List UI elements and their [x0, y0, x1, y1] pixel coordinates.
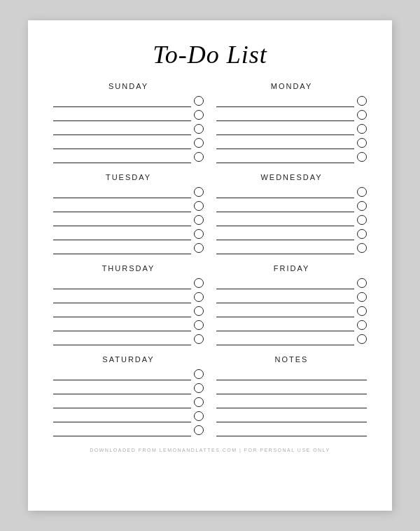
- row-circle[interactable]: [357, 306, 367, 316]
- section-notes-label: NOTES: [216, 355, 367, 364]
- row-item: [216, 319, 367, 331]
- row-item: [53, 95, 204, 107]
- row-circle[interactable]: [194, 243, 204, 253]
- row-circle[interactable]: [194, 138, 204, 148]
- row-circle[interactable]: [357, 320, 367, 330]
- section-wednesday: WEDNESDAY: [216, 173, 367, 254]
- row-line: [53, 333, 191, 345]
- page-title: To-Do List: [53, 40, 367, 69]
- row-circle[interactable]: [194, 425, 204, 435]
- row-line: [216, 333, 354, 345]
- row-item: [53, 137, 204, 149]
- row-item: [53, 123, 204, 135]
- row-item: [53, 424, 204, 436]
- row-item: [53, 214, 204, 226]
- row-line: [53, 137, 191, 149]
- row-line: [53, 95, 191, 107]
- row-item: [216, 137, 367, 149]
- row-circle[interactable]: [194, 96, 204, 106]
- row-circle[interactable]: [357, 201, 367, 211]
- row-circle[interactable]: [357, 278, 367, 288]
- section-thursday: THURSDAY: [53, 264, 204, 345]
- section-saturday: SATURDAY: [53, 355, 204, 436]
- row-circle[interactable]: [194, 369, 204, 379]
- row-circle[interactable]: [194, 334, 204, 344]
- row-line: [53, 186, 191, 198]
- row-line: [216, 242, 354, 254]
- row-circle[interactable]: [194, 124, 204, 134]
- notes-rows: [216, 368, 367, 436]
- row-circle[interactable]: [357, 334, 367, 344]
- section-friday-label: FRIDAY: [216, 264, 367, 273]
- row-circle[interactable]: [357, 96, 367, 106]
- row-line: [53, 109, 191, 121]
- row-item: [53, 277, 204, 289]
- section-thursday-label: THURSDAY: [53, 264, 204, 273]
- row-line: [216, 95, 354, 107]
- row-item: [53, 109, 204, 121]
- row-circle[interactable]: [357, 152, 367, 162]
- row-circle[interactable]: [194, 306, 204, 316]
- friday-rows: [216, 277, 367, 345]
- row-line: [53, 214, 191, 226]
- section-friday: FRIDAY: [216, 264, 367, 345]
- row-circle[interactable]: [194, 215, 204, 225]
- row-item: [216, 228, 367, 240]
- row-circle[interactable]: [357, 229, 367, 239]
- row-item: [53, 319, 204, 331]
- row-circle[interactable]: [194, 187, 204, 197]
- row-circle[interactable]: [357, 124, 367, 134]
- row-line: [216, 305, 354, 317]
- section-monday: MONDAY: [216, 82, 367, 163]
- row-circle[interactable]: [357, 187, 367, 197]
- row-item: [216, 277, 367, 289]
- sunday-rows: [53, 95, 204, 163]
- row-circle[interactable]: [194, 110, 204, 120]
- row-circle[interactable]: [194, 411, 204, 421]
- row-item: [216, 151, 367, 163]
- row-item: [216, 305, 367, 317]
- row-item: [216, 424, 367, 436]
- row-circle[interactable]: [194, 292, 204, 302]
- row-circle[interactable]: [194, 278, 204, 288]
- section-notes: NOTES: [216, 355, 367, 436]
- row-circle[interactable]: [357, 110, 367, 120]
- row-line: [216, 137, 354, 149]
- row-line: [216, 368, 367, 380]
- row-item: [53, 396, 204, 408]
- row-item: [216, 200, 367, 212]
- row-line: [53, 151, 191, 163]
- row-line: [53, 123, 191, 135]
- row-circle[interactable]: [357, 215, 367, 225]
- row-line: [53, 228, 191, 240]
- row-item: [53, 151, 204, 163]
- row-item: [53, 382, 204, 394]
- row-line: [53, 291, 191, 303]
- row-circle[interactable]: [194, 320, 204, 330]
- row-circle[interactable]: [194, 383, 204, 393]
- row-circle[interactable]: [194, 152, 204, 162]
- row-line: [216, 291, 354, 303]
- row-line: [216, 382, 367, 394]
- wednesday-rows: [216, 186, 367, 254]
- row-line: [216, 123, 354, 135]
- section-sunday: SUNDAY: [53, 82, 204, 163]
- row-circle[interactable]: [194, 229, 204, 239]
- row-line: [53, 277, 191, 289]
- row-line: [216, 424, 367, 436]
- row-circle[interactable]: [357, 138, 367, 148]
- row-line: [53, 305, 191, 317]
- sections-grid: SUNDAY MONDAY TUESDAY: [53, 82, 367, 436]
- row-circle[interactable]: [357, 292, 367, 302]
- row-line: [216, 151, 354, 163]
- row-circle[interactable]: [194, 397, 204, 407]
- row-item: [53, 291, 204, 303]
- row-item: [216, 333, 367, 345]
- row-line: [53, 410, 191, 422]
- row-circle[interactable]: [357, 243, 367, 253]
- row-line: [216, 396, 367, 408]
- row-circle[interactable]: [194, 201, 204, 211]
- row-line: [216, 319, 354, 331]
- row-item: [216, 109, 367, 121]
- row-item: [216, 214, 367, 226]
